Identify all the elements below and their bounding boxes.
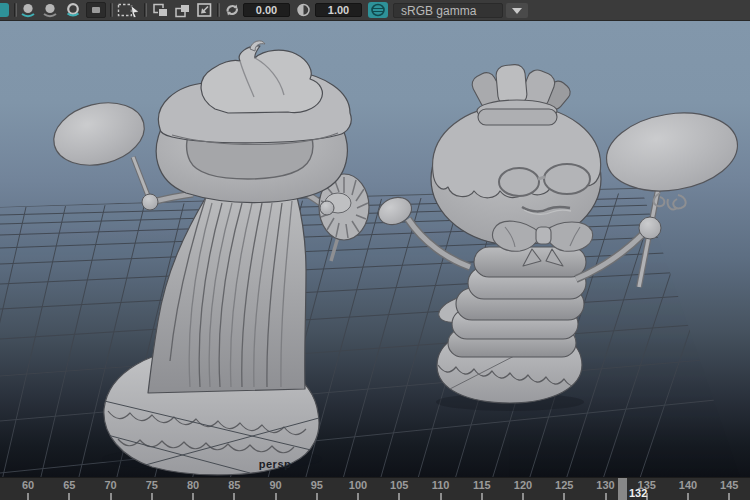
ruler-label: 110 [432,479,450,491]
ruler-label: 100 [349,479,367,491]
ruler-tick [27,493,29,500]
snap-sphere-teal-icon[interactable] [19,2,36,18]
grid-line [0,249,750,284]
camera-label: persp [245,458,305,470]
ruler-label: 120 [514,479,532,491]
ruler-tick [151,493,153,500]
ruler-tick [728,493,730,500]
ruler-tick [605,493,607,500]
ruler-tick [110,493,112,500]
exposure-toggle-icon[interactable] [295,2,311,18]
big-lollipop[interactable] [601,104,743,287]
ruler-label: 65 [63,479,75,491]
ruler-label: 145 [720,479,738,491]
candy-character-right[interactable] [374,64,743,411]
playhead[interactable] [618,478,627,500]
left-hand [142,194,158,210]
snap-ring-icon[interactable] [64,2,81,18]
lollipop-disc [601,104,743,200]
snap-teal-curve-icon[interactable] [0,3,9,17]
ruler-label: 140 [679,479,697,491]
grid-line [0,269,750,309]
grid-line [0,292,750,339]
ruler-label: 115 [473,479,491,491]
right-hand [320,201,334,215]
snap-sphere-icon[interactable] [41,2,58,18]
toolbar-separator[interactable] [110,3,113,17]
left-hand-lollipop[interactable] [47,94,151,201]
color-management-button[interactable] [368,2,388,18]
ruler-label: 105 [390,479,408,491]
current-frame-label: 132 [629,487,647,499]
toolbar-separator[interactable] [14,3,17,17]
cream-swirl [201,41,322,113]
ruler-label: 125 [555,479,573,491]
select-tool-icon[interactable] [116,2,141,18]
ruler-label: 80 [187,479,199,491]
ruler-tick [481,493,483,500]
ruler-tick [192,493,194,500]
object-mode-button[interactable] [86,2,106,18]
ruler-label: 95 [311,479,323,491]
ruler-tick [687,493,689,500]
view-transform-dropdown[interactable]: sRGB gamma [393,3,503,18]
grid-line [344,198,422,477]
chevron-down-icon [512,8,522,14]
ruler-label: 60 [22,479,34,491]
ruler-tick [357,493,359,500]
view-transform-arrow-button[interactable] [506,3,528,18]
duplicate-front-icon[interactable] [151,2,169,18]
ruler-tick [563,493,565,500]
time-slider[interactable]: 6065707580859095100105110115120125130135… [0,477,750,500]
ruler-tick [275,493,277,500]
capture-box-icon[interactable] [195,2,213,18]
perspective-viewport[interactable]: persp [0,21,750,477]
ruler-label: 70 [104,479,116,491]
ruler-tick [522,493,524,500]
ruler-label: 130 [596,479,614,491]
toolbar-separator[interactable] [217,3,220,17]
duplicate-back-icon[interactable] [173,2,191,18]
status-line-toolbar: 0.00 1.00 sRGB gamma [0,0,750,21]
gamma-field[interactable]: 1.00 [315,3,362,17]
ruler-tick [398,493,400,500]
ruler-label: 85 [228,479,240,491]
right-char-hand [639,217,661,239]
ruler-tick [68,493,70,500]
cycle-arrows-icon[interactable] [223,2,241,18]
ruler-label: 90 [269,479,281,491]
left-body-swirl [148,197,306,393]
viewport-canvas [0,21,750,477]
grid-line [0,321,750,376]
toolbar-separator[interactable] [144,3,147,17]
ruler-tick [316,493,318,500]
exposure-field[interactable]: 0.00 [243,3,290,17]
ruler-tick [440,493,442,500]
ruler-label: 75 [146,479,158,491]
ruler-tick [233,493,235,500]
